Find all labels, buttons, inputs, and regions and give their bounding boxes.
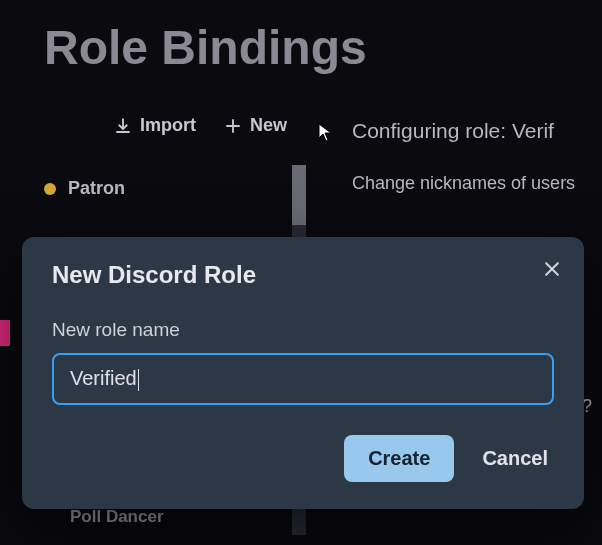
role-color-dot [44, 183, 56, 195]
close-icon [542, 265, 562, 282]
download-icon [114, 117, 132, 135]
role-name-input[interactable]: Verified [52, 353, 554, 405]
role-item-poll-dancer[interactable]: Poll Dancer [44, 507, 310, 527]
role-name-label: New role name [52, 319, 554, 341]
modal-actions: Create Cancel [52, 435, 554, 482]
scrollbar-thumb[interactable] [292, 165, 306, 225]
cancel-button[interactable]: Cancel [482, 447, 554, 470]
plus-icon [224, 117, 242, 135]
close-button[interactable] [542, 259, 562, 283]
selected-role-marker [0, 320, 10, 346]
toolbar: Import New [44, 115, 310, 136]
import-label: Import [140, 115, 196, 136]
role-item-label: Patron [68, 178, 125, 199]
role-item-patron[interactable]: Patron [44, 170, 310, 207]
new-label: New [250, 115, 287, 136]
create-button[interactable]: Create [344, 435, 454, 482]
config-desc: Change nicknames of users [352, 173, 575, 194]
role-name-input-value: Verified [70, 367, 137, 389]
page-title: Role Bindings [0, 0, 602, 75]
config-title: Configuring role: Verif [352, 119, 575, 143]
modal-title: New Discord Role [52, 261, 554, 289]
import-button[interactable]: Import [114, 115, 196, 136]
new-role-modal: New Discord Role New role name Verified … [22, 237, 584, 509]
new-button[interactable]: New [224, 115, 287, 136]
text-caret [138, 369, 139, 391]
